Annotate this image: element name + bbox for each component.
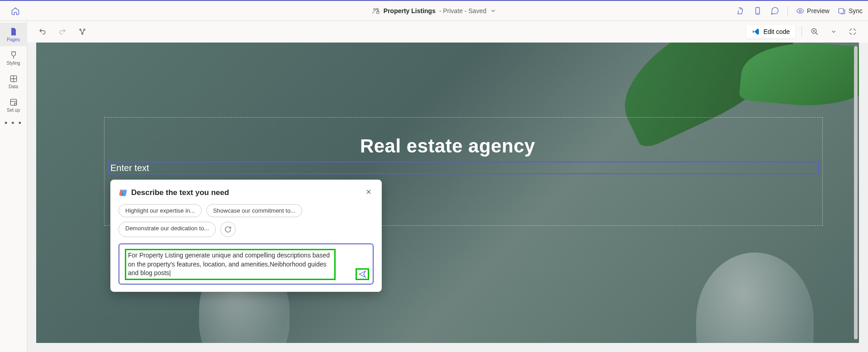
edit-code-button[interactable]: Edit code bbox=[746, 25, 795, 38]
chevron-down-icon bbox=[830, 29, 837, 35]
copilot-logo-icon bbox=[119, 188, 128, 197]
fit-icon bbox=[849, 28, 857, 36]
close-button[interactable] bbox=[364, 188, 374, 198]
redo-icon bbox=[58, 28, 66, 36]
sync-icon bbox=[838, 7, 846, 15]
prompt-input-box[interactable]: For Property Listing generate unique and… bbox=[119, 243, 374, 285]
undo-icon bbox=[38, 28, 47, 36]
home-icon[interactable] bbox=[11, 6, 20, 15]
device-icon[interactable] bbox=[753, 6, 762, 15]
brush-icon bbox=[9, 51, 18, 60]
suggestion-chips: Highlight our expertise in... Showcase o… bbox=[119, 204, 374, 237]
rail-label-data: Data bbox=[9, 84, 18, 89]
sync-label: Sync bbox=[849, 7, 863, 14]
send-button[interactable] bbox=[356, 268, 369, 280]
send-icon bbox=[358, 270, 366, 278]
close-icon bbox=[365, 189, 372, 195]
text-placeholder-label: Enter text bbox=[110, 163, 149, 173]
header-separator bbox=[787, 6, 788, 15]
sync-button[interactable]: Sync bbox=[838, 7, 863, 15]
svg-point-12 bbox=[14, 103, 16, 105]
app-header: Property Listings - Private - Saved Prev… bbox=[0, 1, 868, 21]
undo-button[interactable] bbox=[36, 25, 49, 38]
suggestion-chip[interactable]: Highlight our expertise in... bbox=[119, 204, 202, 217]
zoom-dropdown[interactable] bbox=[827, 25, 840, 38]
edit-code-label: Edit code bbox=[764, 28, 790, 35]
rail-more-button[interactable]: • • • bbox=[5, 119, 22, 128]
svg-point-13 bbox=[80, 29, 81, 30]
svg-rect-6 bbox=[839, 8, 844, 13]
table-icon bbox=[9, 74, 18, 83]
canvas-wrapper: Real estate agency Enter text Describe t… bbox=[27, 43, 868, 352]
popup-title-text: Describe the text you need bbox=[131, 188, 229, 197]
canvas-toolbar: Edit code bbox=[27, 21, 868, 43]
refresh-suggestions-button[interactable] bbox=[220, 222, 236, 237]
rail-item-data[interactable]: Data bbox=[0, 70, 27, 93]
hero-title[interactable]: Real estate agency bbox=[360, 135, 535, 157]
canvas-scrollbar[interactable] bbox=[854, 46, 858, 339]
vscode-icon bbox=[752, 28, 760, 36]
rail-label-setup: Set up bbox=[7, 108, 20, 113]
gear-grid-icon bbox=[9, 98, 18, 107]
document-title: Property Listings bbox=[384, 7, 436, 14]
svg-point-5 bbox=[799, 10, 802, 12]
refresh-icon bbox=[224, 226, 232, 233]
left-rail: Pages Styling Data Set up • • • bbox=[0, 21, 27, 352]
rail-label-pages: Pages bbox=[7, 37, 19, 42]
page-icon bbox=[9, 27, 18, 36]
document-title-area[interactable]: Property Listings - Private - Saved bbox=[372, 7, 496, 15]
svg-rect-2 bbox=[376, 11, 379, 14]
nodes-button[interactable] bbox=[76, 25, 89, 38]
toolbar-separator bbox=[802, 27, 802, 37]
redo-button[interactable] bbox=[56, 25, 69, 38]
rail-label-styling: Styling bbox=[6, 61, 20, 66]
prompt-text[interactable]: For Property Listing generate unique and… bbox=[128, 251, 332, 278]
nodes-icon bbox=[78, 28, 86, 36]
rail-item-styling[interactable]: Styling bbox=[0, 46, 27, 70]
suggestion-chip[interactable]: Demonstrate our dedication to... bbox=[119, 222, 216, 237]
svg-point-14 bbox=[84, 29, 85, 30]
people-lock-icon bbox=[372, 7, 380, 15]
rail-item-pages[interactable]: Pages bbox=[0, 23, 27, 46]
svg-point-15 bbox=[82, 33, 83, 34]
svg-line-17 bbox=[816, 33, 818, 35]
page-canvas[interactable]: Real estate agency Enter text Describe t… bbox=[36, 43, 859, 343]
copilot-popup: Describe the text you need Highlight our… bbox=[110, 180, 382, 292]
zoom-button[interactable] bbox=[808, 25, 821, 38]
svg-point-1 bbox=[376, 8, 378, 10]
fit-screen-button[interactable] bbox=[846, 25, 859, 38]
suggestion-chip[interactable]: Showcase our commitment to... bbox=[206, 204, 302, 217]
svg-rect-10 bbox=[10, 99, 16, 105]
popup-title-row: Describe the text you need bbox=[119, 188, 229, 197]
eye-icon bbox=[796, 7, 804, 15]
bg-glass-decoration bbox=[696, 252, 814, 343]
magnify-plus-icon bbox=[811, 28, 819, 36]
svg-point-0 bbox=[374, 8, 376, 10]
text-placeholder-slot[interactable]: Enter text bbox=[108, 162, 819, 174]
preview-button[interactable]: Preview bbox=[796, 7, 830, 15]
main-area: Edit code Real e bbox=[27, 21, 868, 352]
feedback-icon[interactable] bbox=[770, 6, 779, 15]
copilot-header-icon[interactable] bbox=[736, 6, 745, 15]
chevron-down-icon[interactable] bbox=[490, 8, 496, 14]
prompt-highlight-box: For Property Listing generate unique and… bbox=[125, 249, 336, 280]
document-status: - Private - Saved bbox=[439, 7, 486, 14]
preview-label: Preview bbox=[807, 7, 830, 14]
rail-item-setup[interactable]: Set up bbox=[0, 93, 27, 117]
